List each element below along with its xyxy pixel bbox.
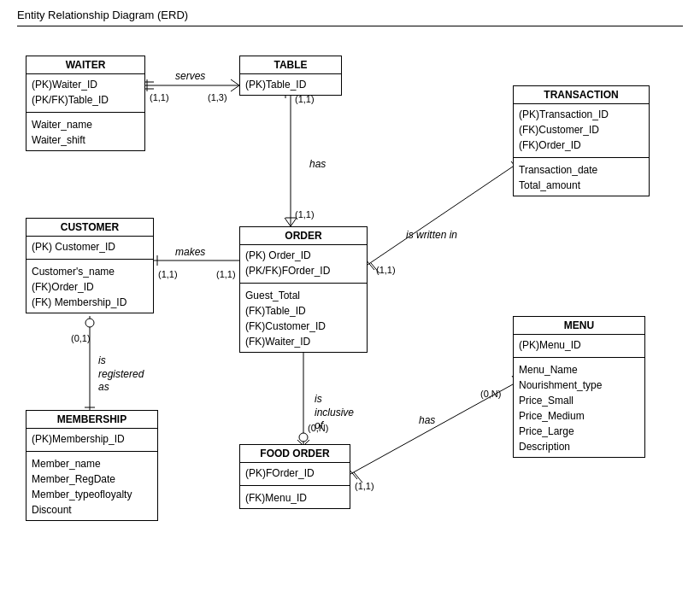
svg-line-18 (368, 167, 513, 265)
title-divider (17, 26, 683, 26)
body-row: Menu_Name (519, 362, 639, 378)
entity-body-membership: Member_nameMember_RegDateMember_typeoflo… (26, 454, 157, 520)
label-registered: is registered as (98, 354, 144, 395)
entity-header-order: ORDER (240, 227, 367, 245)
entity-order: ORDER(PK) Order_ID(PK/FK)FOrder_IDGuest_… (239, 226, 368, 353)
pk-row: (PK)Membership_ID (32, 431, 152, 447)
card-food-menu-2: (0,N) (480, 389, 501, 399)
pk-row: (PK) Order_ID (245, 248, 362, 263)
label-makes: makes (175, 246, 205, 258)
body-row: Member_RegDate (32, 471, 152, 487)
body-row: Price_Small (519, 393, 639, 408)
body-row: Nourishment_type (519, 378, 639, 393)
entity-header-waiter: WAITER (26, 56, 144, 74)
entity-body-order: Guest_Total(FK)Table_ID(FK)Customer_ID(F… (240, 285, 367, 352)
body-row: Waiter_shift (32, 132, 139, 148)
entity-customer: CUSTOMER(PK) Customer_IDCustomer's_name(… (26, 218, 154, 313)
svg-point-29 (299, 433, 308, 442)
entity-header-food_order: FOOD ORDER (240, 445, 350, 463)
entity-pk-food_order: (PK)FOrder_ID (240, 463, 350, 483)
entity-header-transaction: TRANSACTION (514, 86, 649, 104)
svg-line-2 (231, 85, 239, 91)
entity-transaction: TRANSACTION(PK)Transaction_ID(FK)Custome… (513, 85, 650, 196)
pk-row: (FK)Order_ID (519, 138, 644, 153)
body-row: Member_typeofloyalty (32, 487, 152, 502)
card-order-written: (1,1) (376, 265, 396, 275)
pk-row: (PK)Waiter_ID (32, 77, 139, 92)
body-row: Description (519, 439, 639, 454)
pk-row: (PK)Table_ID (245, 77, 336, 92)
svg-line-9 (285, 218, 291, 226)
entity-waiter: WAITER(PK)Waiter_ID(PK/FK)Table_IDWaiter… (26, 56, 145, 151)
pk-row: (PK/FK)FOrder_ID (245, 263, 362, 278)
entity-pk-membership: (PK)Membership_ID (26, 429, 157, 449)
entity-food_order: FOOD ORDER(PK)FOrder_ID(FK)Menu_ID (239, 444, 350, 509)
body-row: Guest_Total (245, 288, 362, 303)
body-row: (FK)Table_ID (245, 303, 362, 319)
card-cust-2: (1,1) (216, 269, 236, 279)
entity-body-food_order: (FK)Menu_ID (240, 488, 350, 508)
label-has-table: has (309, 158, 326, 170)
svg-line-1 (231, 79, 239, 85)
entity-header-membership: MEMBERSHIP (26, 411, 157, 429)
body-row: (FK)Order_ID (32, 279, 148, 295)
body-row: Waiter_name (32, 117, 139, 132)
body-row: Discount (32, 502, 152, 518)
body-row: (FK)Waiter_ID (245, 334, 362, 349)
body-row: (FK) Membership_ID (32, 295, 148, 310)
pk-row: (PK) Customer_ID (32, 239, 148, 255)
body-row: Total_amount (519, 178, 644, 193)
label-has-menu: has (419, 414, 435, 426)
pk-row: (PK)Transaction_ID (519, 107, 644, 122)
entity-pk-table_entity: (PK)Table_ID (240, 74, 341, 95)
entity-pk-transaction: (PK)Transaction_ID(FK)Customer_ID(FK)Ord… (514, 104, 649, 155)
card-table-2: (1,1) (295, 209, 315, 219)
entity-table_entity: TABLE(PK)Table_ID (239, 56, 342, 96)
pk-row: (PK/FK)Table_ID (32, 92, 139, 108)
entity-header-menu: MENU (514, 317, 644, 335)
body-row: Customer's_name (32, 264, 148, 279)
body-row: (FK)Customer_ID (245, 319, 362, 334)
body-row: Member_name (32, 456, 152, 471)
label-written: is written in (406, 229, 457, 241)
label-serves: serves (175, 70, 205, 82)
card-food-menu-1: (1,1) (355, 481, 374, 491)
pk-row: (PK)FOrder_ID (245, 465, 344, 481)
entity-header-customer: CUSTOMER (26, 219, 153, 237)
card-cust-1: (1,1) (158, 269, 178, 279)
entity-body-menu: Menu_NameNourishment_typePrice_SmallPric… (514, 360, 644, 457)
entity-header-table_entity: TABLE (240, 56, 341, 74)
entity-body-transaction: Transaction_dateTotal_amount (514, 160, 649, 196)
entity-body-waiter: Waiter_nameWaiter_shift (26, 114, 144, 150)
entity-pk-customer: (PK) Customer_ID (26, 237, 153, 257)
pk-row: (FK)Customer_ID (519, 122, 644, 138)
entity-pk-menu: (PK)Menu_ID (514, 335, 644, 355)
body-row: (FK)Menu_ID (245, 490, 344, 506)
entity-pk-order: (PK) Order_ID(PK/FK)FOrder_ID (240, 245, 367, 281)
body-row: Price_Medium (519, 408, 639, 424)
body-row: Transaction_date (519, 162, 644, 178)
entity-membership: MEMBERSHIP(PK)Membership_IDMember_nameMe… (26, 410, 158, 521)
svg-point-24 (85, 319, 94, 327)
card-order-inc-2: (0,N) (308, 423, 328, 433)
card-waiter-2: (1,3) (208, 92, 227, 102)
entity-menu: MENU(PK)Menu_IDMenu_NameNourishment_type… (513, 316, 645, 458)
body-row: Price_Large (519, 424, 639, 439)
entity-pk-waiter: (PK)Waiter_ID(PK/FK)Table_ID (26, 74, 144, 110)
entity-body-customer: Customer's_name(FK)Order_ID(FK) Membersh… (26, 261, 153, 313)
pk-row: (PK)Menu_ID (519, 337, 639, 353)
page-title: Entity Relationship Diagram (ERD) (17, 9, 188, 21)
card-waiter-1: (1,1) (150, 92, 169, 102)
card-cust-reg: (0,1) (71, 333, 91, 343)
